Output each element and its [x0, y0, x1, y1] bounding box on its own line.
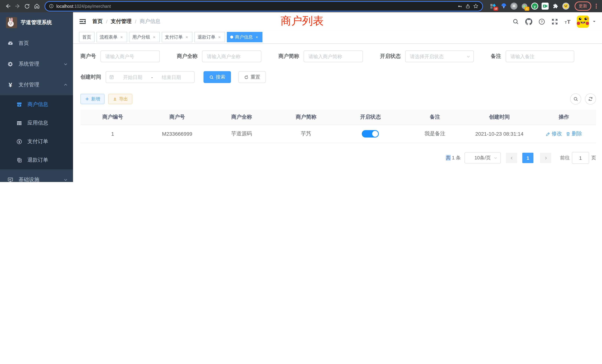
goto-page-input[interactable]	[572, 152, 589, 164]
screen: localhost:1024/pay/merchant 10 ⌘	[0, 0, 602, 182]
remark-label: 备注	[491, 53, 501, 60]
bookmark-star-icon[interactable]	[473, 3, 479, 9]
date-range-picker[interactable]: -	[106, 71, 195, 83]
full-name-label: 商户全称	[177, 53, 198, 60]
end-date-input[interactable]	[155, 74, 188, 80]
breadcrumb-pay[interactable]: 支付管理	[111, 18, 132, 25]
breadcrumb-home[interactable]: 首页	[92, 18, 103, 25]
add-button[interactable]: 新增	[80, 94, 105, 104]
svg-text:T: T	[567, 19, 570, 25]
fullscreen-icon[interactable]	[551, 18, 558, 25]
close-icon[interactable]: ×	[255, 35, 259, 39]
user-caret-icon[interactable]	[592, 20, 596, 23]
font-size-icon[interactable]: TT	[564, 18, 571, 25]
sidebar-item-merchant-info[interactable]: 商户信息	[0, 95, 73, 114]
sidebar-fold-icon[interactable]	[79, 18, 86, 25]
close-icon[interactable]: ×	[185, 35, 189, 39]
dashboard-icon	[7, 40, 13, 46]
password-key-icon[interactable]	[457, 3, 463, 9]
sidebar-item-pay[interactable]: ¥ 支付管理	[0, 75, 73, 95]
goto-suffix: 页	[591, 155, 596, 161]
filter-row-2: 创建时间 - 搜索	[80, 71, 596, 83]
ext-recorder-icon[interactable]: 1	[521, 3, 528, 10]
browser-chrome: localhost:1024/pay/merchant 10 ⌘	[0, 0, 602, 12]
sidebar-item-app-info[interactable]: 应用信息	[0, 114, 73, 132]
status-label: 开启状态	[380, 53, 401, 60]
status-toggle[interactable]	[362, 130, 379, 138]
remark-input[interactable]	[506, 50, 574, 62]
extensions-row: 10 ⌘ 1 y	[490, 3, 569, 10]
ext-meet-icon[interactable]	[542, 3, 549, 10]
user-avatar[interactable]	[577, 15, 589, 28]
full-name-input[interactable]	[202, 50, 261, 62]
filter-row-1: 商户号 商户全称 商户简称 开启状态	[80, 50, 596, 62]
share-icon[interactable]	[465, 3, 470, 9]
next-page-button[interactable]	[540, 153, 551, 163]
yen-icon: ¥	[7, 82, 13, 88]
toggle-search-button[interactable]	[570, 93, 581, 105]
short-name-label: 商户简称	[278, 53, 299, 60]
main-area: 商户列表 首页 / 支付管理 / 商户信息	[73, 12, 602, 182]
create-time-label: 创建时间	[80, 74, 101, 80]
sidebar-item-system[interactable]: 系统管理	[0, 54, 73, 75]
browser-update-button[interactable]: 更新	[575, 1, 591, 11]
start-date-input[interactable]	[116, 74, 149, 80]
profile-emoji-icon[interactable]	[562, 3, 569, 10]
search-button[interactable]: 搜索	[204, 71, 231, 83]
sidebar-item-home[interactable]: 首页	[0, 33, 73, 54]
status-select[interactable]	[405, 50, 474, 62]
chevron-up-icon	[63, 83, 68, 87]
help-icon[interactable]: ?	[538, 18, 545, 25]
tab-refund-order[interactable]: 退款订单×	[194, 32, 225, 42]
export-button[interactable]: 导出	[108, 94, 132, 104]
sidebar-item-pay-order[interactable]: 支付订单	[0, 132, 73, 151]
header-search-icon[interactable]	[512, 18, 519, 25]
sidebar-item-infra[interactable]: 基础设施	[0, 169, 73, 182]
table-row: 1 M233666999 芋道源码 芋艿 我是备注 2021-10-23 08:…	[80, 125, 596, 143]
logo-image	[6, 17, 17, 28]
close-icon[interactable]: ×	[152, 35, 156, 39]
app-title: 芋道管理系统	[21, 19, 52, 26]
tab-merchant-info[interactable]: 商户信息×	[227, 32, 262, 42]
delete-link[interactable]: 删除	[566, 130, 582, 137]
short-name-input[interactable]	[304, 50, 363, 62]
ext-paraglider-icon[interactable]	[500, 3, 507, 10]
merchant-no-input[interactable]	[100, 50, 160, 62]
sidebar-item-refund-order[interactable]: 退款订单	[0, 151, 73, 169]
close-icon[interactable]: ×	[217, 35, 222, 39]
home-icon[interactable]	[33, 2, 41, 10]
breadcrumb: 首页 / 支付管理 / 商户信息	[92, 18, 161, 25]
close-icon[interactable]: ×	[119, 35, 124, 39]
url-bar[interactable]: localhost:1024/pay/merchant	[44, 1, 483, 11]
pagination: 共 1 条 10条/页 1 前往	[80, 152, 596, 164]
table-header: 商户编号 商户号 商户全称 商户简称 开启状态 备注 创建时间 操作	[80, 110, 596, 125]
forward-icon[interactable]	[13, 2, 22, 10]
ext-cmd-icon[interactable]: ⌘	[510, 3, 517, 10]
app-logo[interactable]: 芋道管理系统	[0, 12, 73, 33]
prev-page-button[interactable]	[506, 153, 517, 163]
github-icon[interactable]	[525, 18, 532, 25]
page-size-select[interactable]: 10条/页	[464, 152, 501, 163]
top-navbar: 首页 / 支付管理 / 商户信息 ?	[73, 12, 602, 31]
site-info-icon[interactable]	[49, 4, 54, 9]
breadcrumb-current: 商户信息	[140, 18, 161, 25]
tab-user-group[interactable]: 用户分组×	[129, 32, 160, 42]
ext-grid-icon[interactable]: 10	[490, 3, 497, 10]
reload-icon[interactable]	[23, 2, 31, 10]
refresh-button[interactable]	[585, 93, 596, 105]
edit-link[interactable]: 修改	[546, 130, 562, 137]
ext-y-icon[interactable]: y	[531, 3, 538, 10]
svg-text:y: y	[534, 4, 536, 8]
browser-menu-icon[interactable]	[596, 4, 597, 9]
goto-label: 前往	[560, 155, 570, 161]
table-toolbar: 新增 导出	[80, 93, 596, 105]
tab-pay-order[interactable]: 支付订单×	[162, 32, 192, 42]
extensions-puzzle-icon[interactable]	[552, 3, 559, 10]
back-icon[interactable]	[4, 2, 12, 10]
calendar-icon	[109, 75, 114, 80]
tab-home[interactable]: 首页	[79, 32, 95, 42]
reset-button[interactable]: 重置	[238, 71, 266, 83]
page-content: 商户号 商户全称 商户简称 开启状态	[73, 44, 602, 182]
tab-process-form[interactable]: 流程表单×	[96, 32, 127, 42]
page-1-button[interactable]: 1	[522, 153, 533, 163]
